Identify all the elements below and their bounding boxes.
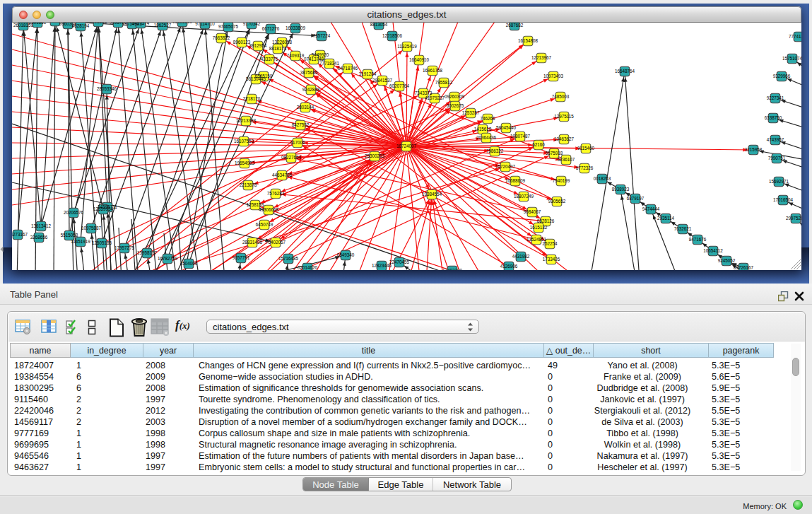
svg-text:01895559: 01895559 xyxy=(172,23,193,24)
svg-text:10463627: 10463627 xyxy=(554,136,575,141)
svg-text:7986322: 7986322 xyxy=(486,148,504,153)
svg-text:11451919: 11451919 xyxy=(71,239,90,244)
svg-text:12218506: 12218506 xyxy=(382,33,403,38)
svg-text:1615132: 1615132 xyxy=(530,225,548,230)
svg-text:28053346: 28053346 xyxy=(97,86,117,91)
svg-text:3215958: 3215958 xyxy=(745,147,763,152)
svg-text:10807487: 10807487 xyxy=(510,134,531,139)
svg-text:16782759: 16782759 xyxy=(158,256,178,261)
svg-text:6002675: 6002675 xyxy=(447,103,464,108)
svg-text:15716485: 15716485 xyxy=(278,256,299,261)
svg-text:7409319: 7409319 xyxy=(287,53,305,58)
svg-text:17483380: 17483380 xyxy=(442,268,463,270)
svg-text:8813054: 8813054 xyxy=(370,23,388,27)
svg-text:7485003: 7485003 xyxy=(552,94,570,99)
svg-text:1253287: 1253287 xyxy=(462,110,480,115)
svg-text:12823446: 12823446 xyxy=(372,263,392,268)
svg-text:17016504: 17016504 xyxy=(773,197,794,202)
svg-text:417006: 417006 xyxy=(290,140,305,145)
svg-text:6450749: 6450749 xyxy=(256,222,273,227)
svg-text:2718170: 2718170 xyxy=(243,96,261,101)
svg-text:18724007: 18724007 xyxy=(396,144,417,148)
svg-text:49306668: 49306668 xyxy=(259,207,279,212)
svg-text:2803144: 2803144 xyxy=(297,105,314,110)
svg-text:8960123: 8960123 xyxy=(233,40,251,45)
svg-text:24273167: 24273167 xyxy=(12,232,28,237)
svg-text:4628194: 4628194 xyxy=(72,23,90,28)
svg-text:9115460: 9115460 xyxy=(577,146,595,151)
svg-text:8818174: 8818174 xyxy=(269,46,287,51)
svg-text:41979237: 41979237 xyxy=(425,95,445,100)
svg-text:08227654: 08227654 xyxy=(281,155,302,160)
svg-text:9487574: 9487574 xyxy=(132,23,150,25)
svg-text:9084067: 9084067 xyxy=(524,209,541,214)
svg-text:7343373: 7343373 xyxy=(415,90,433,95)
svg-text:04718746: 04718746 xyxy=(338,66,358,71)
svg-text:9242848: 9242848 xyxy=(302,87,320,92)
svg-text:1258153: 1258153 xyxy=(247,202,264,207)
svg-text:15692971: 15692971 xyxy=(769,179,789,184)
svg-text:3268656: 3268656 xyxy=(30,235,48,240)
svg-text:9657791: 9657791 xyxy=(233,255,250,260)
svg-text:29841537: 29841537 xyxy=(372,78,393,83)
svg-text:17957275: 17957275 xyxy=(114,245,135,250)
svg-text:13226058: 13226058 xyxy=(272,40,293,45)
svg-text:19384554: 19384554 xyxy=(422,192,442,197)
svg-text:12975115: 12975115 xyxy=(554,114,574,119)
svg-text:10688609: 10688609 xyxy=(505,178,526,183)
svg-text:11325419: 11325419 xyxy=(397,44,417,49)
svg-text:16033809: 16033809 xyxy=(286,25,306,30)
svg-text:2213878: 2213878 xyxy=(240,182,257,187)
svg-text:6772326: 6772326 xyxy=(576,165,594,170)
svg-text:15720407: 15720407 xyxy=(495,164,516,169)
svg-text:1993518: 1993518 xyxy=(90,23,107,24)
svg-text:10973493: 10973493 xyxy=(543,74,564,78)
svg-text:20364436: 20364436 xyxy=(476,135,497,140)
svg-text:44634786: 44634786 xyxy=(272,173,293,177)
svg-text:62160: 62160 xyxy=(532,142,545,147)
svg-text:9170342: 9170342 xyxy=(243,23,261,26)
svg-text:15751074: 15751074 xyxy=(782,56,801,61)
svg-text:10654112: 10654112 xyxy=(703,248,723,253)
svg-text:7990751: 7990751 xyxy=(768,156,786,160)
svg-text:8938923: 8938923 xyxy=(612,187,630,192)
svg-text:97114710: 97114710 xyxy=(195,23,215,26)
svg-text:97465075: 97465075 xyxy=(218,24,239,29)
svg-text:7663822: 7663822 xyxy=(213,35,230,40)
svg-text:2687682: 2687682 xyxy=(506,23,524,28)
svg-text:16640910: 16640910 xyxy=(409,57,430,62)
svg-text:4333776: 4333776 xyxy=(261,57,278,62)
svg-text:1862527: 1862527 xyxy=(154,23,172,28)
svg-text:09260309: 09260309 xyxy=(445,94,465,99)
svg-text:8471676: 8471676 xyxy=(689,237,707,242)
svg-text:16961758: 16961758 xyxy=(423,68,443,73)
svg-text:28831436: 28831436 xyxy=(242,240,263,245)
svg-text:5515058: 5515058 xyxy=(61,233,78,238)
svg-text:6879197: 6879197 xyxy=(627,196,645,201)
svg-text:2935114: 2935114 xyxy=(657,216,675,221)
svg-text:7576283: 7576283 xyxy=(267,191,285,196)
svg-text:9227341: 9227341 xyxy=(767,95,784,100)
svg-text:02014620: 02014620 xyxy=(298,265,318,270)
svg-text:6236107: 6236107 xyxy=(558,157,575,162)
svg-text:12359934: 12359934 xyxy=(93,206,114,211)
svg-text:3875685: 3875685 xyxy=(300,70,318,75)
svg-text:60207764: 60207764 xyxy=(389,83,410,88)
svg-text:59045440: 59045440 xyxy=(496,125,517,130)
svg-text:16648764: 16648764 xyxy=(615,69,635,74)
svg-text:6338750: 6338750 xyxy=(765,115,782,120)
svg-text:13613412: 13613412 xyxy=(31,223,52,228)
svg-text:10975887: 10975887 xyxy=(81,226,102,230)
svg-text:76402067: 76402067 xyxy=(266,240,286,245)
svg-text:5575918: 5575918 xyxy=(546,151,563,156)
svg-text:25300293: 25300293 xyxy=(365,153,385,158)
svg-text:4431982: 4431982 xyxy=(512,254,530,259)
svg-text:20206576: 20206576 xyxy=(64,210,84,215)
svg-text:0018263: 0018263 xyxy=(594,176,611,181)
svg-text:9305652: 9305652 xyxy=(548,199,566,204)
svg-text:7940199: 7940199 xyxy=(553,178,570,183)
svg-text:12505185: 12505185 xyxy=(92,240,112,245)
svg-text:77741215: 77741215 xyxy=(789,34,801,39)
svg-text:22470455: 22470455 xyxy=(389,259,410,264)
svg-text:13958157: 13958157 xyxy=(137,250,158,255)
